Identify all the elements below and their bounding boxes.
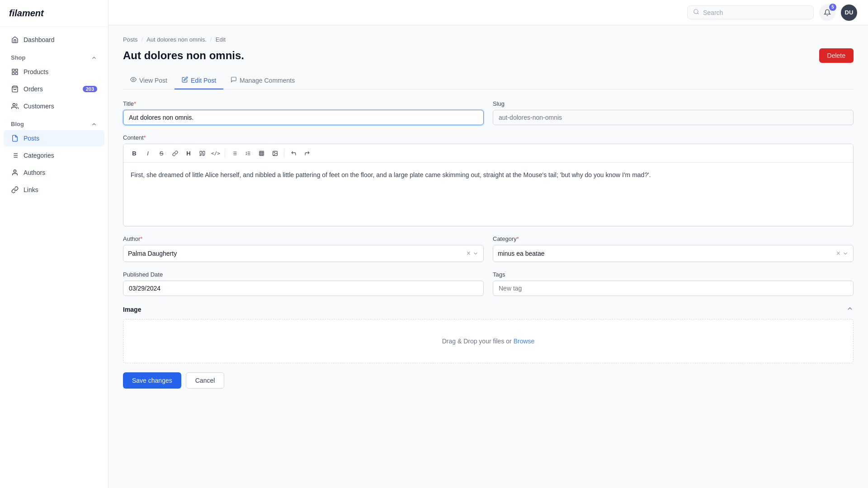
sidebar-item-posts[interactable]: Posts	[4, 130, 104, 146]
tags-group: Tags	[493, 271, 854, 296]
sidebar-nav: Dashboard Shop Products Orders 203 Custo…	[0, 27, 108, 488]
orders-icon	[11, 85, 19, 93]
svg-point-5	[13, 103, 15, 106]
categories-icon	[11, 151, 19, 160]
title-input[interactable]	[123, 110, 484, 125]
toolbar-bold[interactable]: B	[128, 147, 141, 160]
blog-section-header[interactable]: Blog	[4, 116, 104, 129]
toolbar-redo[interactable]	[301, 147, 313, 160]
notification-button[interactable]: 5	[819, 5, 835, 21]
sidebar-item-links[interactable]: Links	[4, 182, 104, 198]
home-icon	[11, 36, 19, 44]
main-area: 5 DU Posts / Aut dolores non omnis. / Ed…	[108, 0, 868, 488]
category-chevron-icon	[842, 250, 849, 257]
sidebar-item-customers[interactable]: Customers	[4, 98, 104, 114]
cancel-button[interactable]: Cancel	[186, 372, 225, 389]
category-group: Category* minus ea beatae ×	[493, 235, 854, 262]
avatar[interactable]: DU	[841, 5, 857, 21]
slug-input[interactable]	[493, 110, 854, 125]
toolbar-sep-1	[225, 149, 225, 158]
image-collapse-icon[interactable]	[846, 305, 854, 314]
sidebar-item-authors[interactable]: Authors	[4, 164, 104, 181]
sidebar-item-posts-label: Posts	[24, 135, 97, 142]
content-editable[interactable]: First, she dreamed of little Alice herse…	[123, 163, 853, 226]
tab-manage-comments-label: Manage Comments	[240, 77, 295, 84]
breadcrumb-posts[interactable]: Posts	[123, 36, 138, 43]
image-section: Image Drag & Drop your files or Browse	[123, 305, 854, 363]
toolbar-heading[interactable]: H	[182, 147, 195, 160]
delete-button[interactable]: Delete	[819, 48, 854, 63]
blog-section-label: Blog	[11, 121, 24, 127]
page-content: Posts / Aut dolores non omnis. / Edit Au…	[108, 25, 868, 488]
sidebar-item-dashboard[interactable]: Dashboard	[4, 32, 104, 48]
upload-area[interactable]: Drag & Drop your files or Browse	[123, 319, 854, 363]
published-date-input[interactable]	[123, 281, 484, 296]
tabs: View Post Edit Post Manage Comments	[123, 72, 854, 89]
sidebar-item-products[interactable]: Products	[4, 64, 104, 80]
content-group: Content* B I S H </>	[123, 134, 854, 226]
search-input[interactable]	[703, 9, 808, 16]
shop-section-header[interactable]: Shop	[4, 50, 104, 63]
orders-badge: 203	[83, 86, 97, 92]
title-group: Title*	[123, 100, 484, 125]
author-group: Author* Palma Daugherty ×	[123, 235, 484, 262]
toolbar-table[interactable]	[255, 147, 268, 160]
sidebar-item-categories-label: Categories	[24, 152, 97, 159]
image-section-title: Image	[123, 306, 141, 313]
content-editor: B I S H </>	[123, 144, 854, 226]
breadcrumb-sep-1: /	[142, 36, 143, 43]
page-title: Aut dolores non omnis.	[123, 49, 244, 62]
content-label: Content*	[123, 134, 854, 141]
svg-point-31	[274, 152, 274, 153]
toolbar-undo[interactable]	[287, 147, 300, 160]
category-clear-button[interactable]: ×	[836, 250, 840, 257]
products-icon	[11, 68, 19, 76]
tags-label: Tags	[493, 271, 854, 278]
notification-badge: 5	[829, 4, 836, 11]
author-category-row: Author* Palma Daugherty × Category* minu…	[123, 235, 854, 262]
tags-input[interactable]	[493, 281, 854, 296]
browse-link[interactable]: Browse	[514, 338, 535, 345]
slug-label: Slug	[493, 100, 854, 107]
title-label: Title*	[123, 100, 484, 107]
toolbar-bullet-list[interactable]	[228, 147, 241, 160]
tab-edit-post[interactable]: Edit Post	[175, 72, 223, 89]
toolbar-image[interactable]	[269, 147, 281, 160]
author-value: Palma Daugherty	[128, 250, 464, 257]
author-select[interactable]: Palma Daugherty ×	[123, 245, 484, 262]
tab-view-post-label: View Post	[139, 77, 167, 84]
toolbar-sep-2	[284, 149, 284, 158]
svg-rect-1	[15, 69, 18, 71]
toolbar-blockquote[interactable]	[196, 147, 208, 160]
search-box[interactable]	[687, 5, 814, 19]
links-icon	[11, 186, 19, 194]
toolbar-link[interactable]	[169, 147, 181, 160]
sidebar-item-categories[interactable]: Categories	[4, 147, 104, 164]
tab-manage-comments[interactable]: Manage Comments	[223, 72, 302, 89]
svg-point-13	[694, 9, 698, 14]
author-clear-button[interactable]: ×	[467, 250, 471, 257]
toolbar-ordered-list[interactable]	[241, 147, 254, 160]
sidebar-item-orders[interactable]: Orders 203	[4, 81, 104, 97]
toolbar-code[interactable]: </>	[209, 147, 222, 160]
upload-text: Drag & Drop your files or	[442, 338, 514, 345]
breadcrumb-post-title[interactable]: Aut dolores non omnis.	[146, 36, 207, 43]
toolbar-strikethrough[interactable]: S	[155, 147, 168, 160]
page-header: Aut dolores non omnis. Delete	[123, 48, 854, 63]
search-icon	[693, 9, 699, 16]
breadcrumb-edit: Edit	[216, 36, 226, 43]
published-date-group: Published Date	[123, 271, 484, 296]
view-icon	[130, 76, 137, 84]
category-select[interactable]: minus ea beatae ×	[493, 245, 854, 262]
category-value: minus ea beatae	[498, 250, 834, 257]
title-slug-row: Title* Slug	[123, 100, 854, 125]
sidebar: filament Dashboard Shop Products Orders …	[0, 0, 108, 488]
image-section-header: Image	[123, 305, 854, 314]
tab-view-post[interactable]: View Post	[123, 72, 175, 89]
authors-icon	[11, 169, 19, 177]
save-changes-button[interactable]: Save changes	[123, 372, 181, 389]
form-actions: Save changes Cancel	[123, 372, 854, 407]
date-tags-row: Published Date Tags	[123, 271, 854, 296]
toolbar-italic[interactable]: I	[142, 147, 154, 160]
svg-point-15	[132, 79, 134, 80]
